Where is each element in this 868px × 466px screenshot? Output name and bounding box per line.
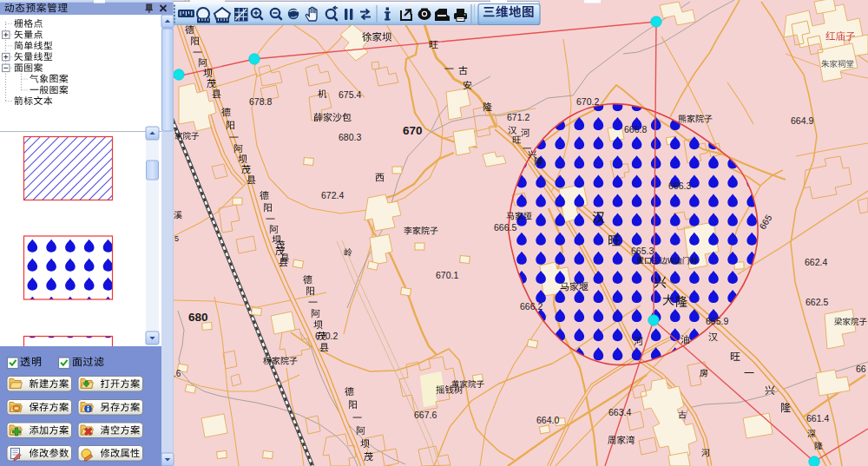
svg-text:678.8: 678.8 — [249, 96, 272, 107]
svg-text:667.6: 667.6 — [414, 410, 437, 420]
svg-text:666.2: 666.2 — [520, 301, 542, 312]
svg-text:670.2: 670.2 — [576, 96, 599, 107]
svg-text:666.5: 666.5 — [494, 222, 516, 233]
svg-text:66: 66 — [856, 364, 866, 374]
svg-text:664.0: 664.0 — [536, 415, 559, 425]
svg-text:666.3: 666.3 — [668, 180, 691, 191]
svg-text:680: 680 — [188, 311, 208, 324]
svg-text:666.8: 666.8 — [624, 124, 647, 135]
svg-text:.6: .6 — [174, 369, 181, 378]
svg-text:670: 670 — [403, 124, 423, 137]
svg-text:662.4: 662.4 — [805, 257, 827, 267]
svg-text:665.3: 665.3 — [631, 246, 654, 256]
svg-text:662.5: 662.5 — [806, 297, 828, 307]
svg-text:670.1: 670.1 — [436, 270, 458, 280]
svg-text:665.9: 665.9 — [706, 316, 728, 326]
svg-text:5: 5 — [174, 234, 179, 243]
svg-text:664.9: 664.9 — [791, 115, 813, 126]
svg-text:672.4: 672.4 — [321, 190, 344, 200]
svg-text:680.3: 680.3 — [339, 132, 361, 142]
svg-text:661.4: 661.4 — [806, 413, 829, 423]
svg-text:663.4: 663.4 — [608, 407, 631, 417]
svg-text:675.4: 675.4 — [339, 89, 361, 100]
svg-text:671.2: 671.2 — [507, 112, 529, 122]
